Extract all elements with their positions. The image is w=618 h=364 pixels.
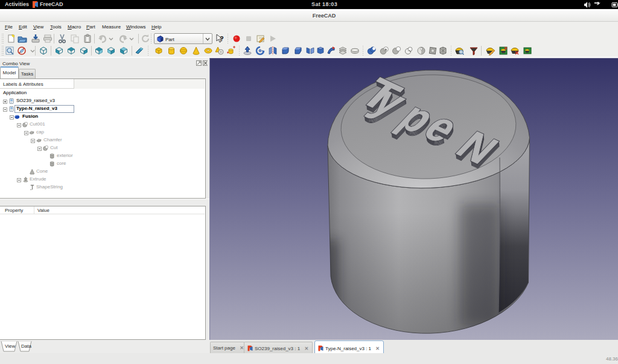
svg-text:View: View xyxy=(5,343,15,349)
svg-text:?: ? xyxy=(220,35,224,42)
svg-text:Data: Data xyxy=(21,343,31,349)
